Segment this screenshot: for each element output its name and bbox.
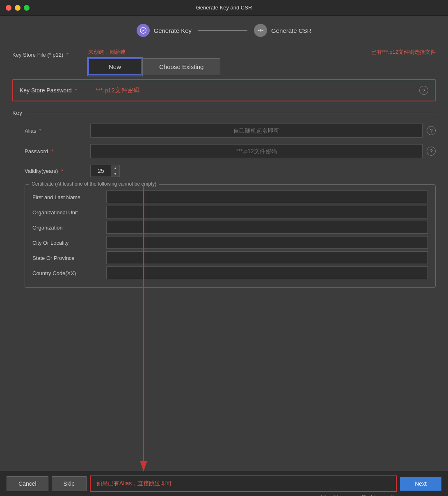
cert-field-label-3: City Or Locality	[32, 240, 106, 246]
cert-field-row-2: Organization	[32, 221, 428, 234]
skip-button[interactable]: Skip	[52, 476, 87, 491]
next-button[interactable]: Next	[400, 477, 441, 491]
key-store-file-row: Key Store File (*.p12) * 未创建，则新建 已有***.p…	[12, 48, 436, 75]
svg-point-3	[262, 30, 264, 31]
password-help-icon[interactable]: ?	[427, 147, 436, 156]
bottom-annotation-text: 如果已有Alias，直接跳过即可	[96, 480, 172, 487]
close-button[interactable]	[6, 5, 11, 11]
ks-password-value: ***.p12文件密码	[96, 87, 415, 94]
certificate-box: Certificate (At least one of the followi…	[25, 184, 436, 288]
step2-icon	[254, 24, 267, 37]
window-controls	[6, 5, 30, 11]
divider-line	[27, 113, 436, 113]
cert-field-label-0: First and Last Name	[32, 194, 106, 200]
annotation-row: 未创建，则新建 已有***.p12文件则选择文件	[88, 48, 436, 56]
cert-field-input-2[interactable]	[106, 221, 428, 234]
minimize-button[interactable]	[15, 5, 21, 11]
validity-label: Validity(years) *	[25, 168, 90, 174]
bottom-annotation-box: 如果已有Alias，直接跳过即可	[90, 475, 397, 492]
ks-required-star: *	[75, 87, 77, 94]
cert-box-title: Certificate (At least one of the followi…	[29, 181, 159, 187]
title-bar: Generate Key and CSR	[0, 0, 448, 16]
cert-field-label-1: Organizational Unit	[32, 209, 106, 216]
maximize-button[interactable]	[24, 5, 30, 11]
wizard-steps: Generate Key Generate CSR	[12, 24, 436, 37]
required-star: *	[66, 52, 69, 58]
password-input[interactable]	[90, 144, 423, 158]
url-text: https://blog.csdn.net/Cool_breeze_bin	[321, 494, 397, 496]
cert-field-input-5[interactable]	[106, 266, 428, 279]
new-button[interactable]: New	[88, 58, 142, 75]
cert-field-input-3[interactable]	[106, 236, 428, 249]
cancel-button[interactable]: Cancel	[7, 476, 48, 491]
key-store-file-label: Key Store File (*.p12) *	[12, 48, 88, 58]
main-content: Generate Key Generate CSR Key Store File…	[0, 16, 448, 471]
cert-field-row-3: City Or Locality	[32, 236, 428, 250]
svg-point-1	[259, 29, 261, 31]
cert-field-input-0[interactable]	[106, 191, 428, 203]
cert-field-row-0: First and Last Name	[32, 191, 428, 204]
cert-field-row-1: Organizational Unit	[32, 206, 428, 219]
spin-up-button[interactable]: ▲	[111, 165, 119, 171]
alias-row: Alias * ?	[25, 124, 436, 138]
cert-field-label-5: Country Code(XX)	[32, 270, 106, 276]
ks-password-label: Key Store Password *	[20, 87, 96, 94]
key-store-password-box: Key Store Password * ***.p12文件密码 ?	[12, 79, 436, 101]
key-section-label: Key	[12, 110, 22, 116]
svg-point-2	[258, 30, 259, 31]
spin-down-button[interactable]: ▼	[111, 171, 119, 177]
bottom-annotation-wrap: 如果已有Alias，直接跳过即可 https://blog.csdn.net/C…	[90, 475, 397, 492]
step-generate-key: Generate Key	[137, 24, 192, 37]
password-required: *	[51, 148, 53, 154]
alias-help-icon[interactable]: ?	[427, 126, 436, 135]
validity-spinner: ▲ ▼	[90, 165, 120, 177]
step1-label: Generate Key	[154, 27, 192, 34]
cert-field-row-5: Country Code(XX)	[32, 266, 428, 280]
svg-point-0	[140, 28, 146, 33]
cert-field-row-4: State Or Province	[32, 251, 428, 265]
step1-icon	[137, 24, 150, 37]
step-connector	[198, 30, 247, 31]
password-row: Password * ?	[25, 144, 436, 158]
step-generate-csr: Generate CSR	[254, 24, 311, 37]
spinner-buttons: ▲ ▼	[111, 165, 119, 177]
cert-field-input-1[interactable]	[106, 206, 428, 218]
password-label: Password *	[25, 148, 90, 154]
key-store-buttons: New Choose Existing	[88, 58, 436, 75]
key-section-divider: Key	[12, 110, 436, 116]
validity-required: *	[61, 168, 63, 174]
validity-input[interactable]	[91, 165, 111, 177]
key-store-file-controls: 未创建，则新建 已有***.p12文件则选择文件 New Choose Exis…	[88, 48, 436, 75]
choose-existing-button[interactable]: Choose Existing	[142, 58, 220, 75]
key-section: Alias * ? Password * ? Validity(years) *	[12, 124, 436, 288]
alias-label: Alias *	[25, 128, 90, 134]
cert-field-label-4: State Or Province	[32, 255, 106, 261]
cert-field-input-4[interactable]	[106, 251, 428, 264]
annotation-new: 未创建，则新建	[88, 48, 126, 56]
bottom-bar: Cancel Skip 如果已有Alias，直接跳过即可 https://blo…	[0, 471, 448, 496]
step2-label: Generate CSR	[271, 27, 311, 34]
validity-row: Validity(years) * ▲ ▼	[25, 165, 436, 177]
annotation-existing: 已有***.p12文件则选择文件	[371, 48, 436, 56]
cert-field-label-2: Organization	[32, 225, 106, 231]
ks-password-help-icon[interactable]: ?	[419, 86, 428, 95]
window-title: Generate Key and CSR	[196, 5, 252, 11]
alias-required: *	[39, 128, 41, 134]
alias-input[interactable]	[90, 124, 423, 138]
